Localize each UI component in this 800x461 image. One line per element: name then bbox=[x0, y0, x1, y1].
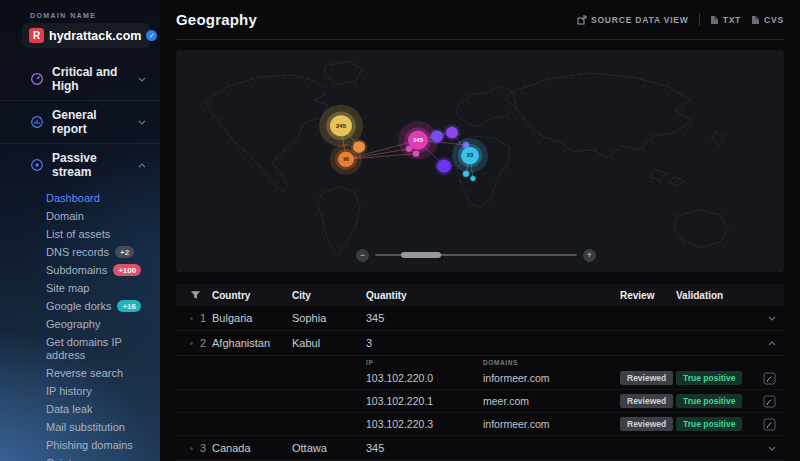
table-row[interactable]: 3CanadaOttawa345 bbox=[176, 436, 784, 461]
external-link-icon bbox=[577, 15, 587, 25]
submenu-item-data-leak[interactable]: Data leak bbox=[0, 400, 160, 418]
domain-logo-icon: R bbox=[29, 28, 44, 43]
subcol-ip: IP bbox=[366, 359, 483, 366]
submenu-item-google-dorks[interactable]: Google dorks+16 bbox=[0, 297, 160, 315]
chevron-down-icon bbox=[138, 120, 146, 125]
continent-outline bbox=[674, 210, 728, 248]
detail-row[interactable]: 103.102.220.0informeer.comReviewedTrue p… bbox=[176, 367, 784, 390]
map-bubble[interactable] bbox=[462, 170, 470, 178]
cvs-file-icon bbox=[751, 15, 760, 25]
col-validation[interactable]: Validation bbox=[676, 290, 750, 301]
detail-subheader: IPDOMAINS bbox=[176, 356, 784, 367]
expand-row-button[interactable] bbox=[768, 341, 776, 346]
chart-icon bbox=[30, 115, 44, 129]
table-row[interactable]: 2AfghanistanKabul3 bbox=[176, 331, 784, 356]
col-quantity[interactable]: Quantity bbox=[366, 290, 620, 301]
submenu-item-get-domains-ip-address[interactable]: Get domains IP address bbox=[0, 333, 160, 364]
submenu-item-phishing-domains[interactable]: Phishing domains bbox=[0, 436, 160, 454]
map-bubble[interactable] bbox=[444, 125, 460, 141]
cell-ip: 103.102.220.0 bbox=[366, 372, 483, 384]
submenu-item-domain[interactable]: Domain bbox=[0, 207, 160, 225]
row-index: 2 bbox=[200, 337, 206, 349]
chevron-down-icon bbox=[768, 316, 776, 321]
sidebar-item-passive[interactable]: Passive stream bbox=[0, 143, 160, 186]
domain-selector[interactable]: R hydrattack.com ✓ bbox=[22, 23, 150, 48]
sidebar-item-general[interactable]: General report bbox=[0, 100, 160, 143]
sidebar-item-label: Critical and High bbox=[52, 65, 130, 93]
submenu-item-reverse-search[interactable]: Reverse search bbox=[0, 364, 160, 382]
map-bubble[interactable]: 96 bbox=[330, 144, 362, 175]
export-txt-button[interactable]: TXT bbox=[710, 15, 741, 25]
submenu-item-site-map[interactable]: Site map bbox=[0, 279, 160, 297]
detail-row[interactable]: 103.102.220.3informeer.comReviewedTrue p… bbox=[176, 413, 784, 436]
txt-file-icon bbox=[710, 15, 719, 25]
continent-outline bbox=[650, 169, 666, 181]
zoom-track[interactable] bbox=[375, 254, 577, 256]
sidebar-item-label: Passive stream bbox=[52, 151, 130, 179]
edit-icon[interactable] bbox=[763, 372, 776, 385]
chevron-down-icon bbox=[138, 77, 146, 82]
submenu-item-subdomains[interactable]: Subdomains+100 bbox=[0, 261, 160, 279]
gauge-icon bbox=[30, 72, 44, 86]
zoom-in-button[interactable]: + bbox=[583, 249, 596, 262]
submenu-item-dashboard[interactable]: Dashboard bbox=[0, 189, 160, 207]
bubble-count-label: 245 bbox=[336, 123, 347, 129]
map-bubble[interactable] bbox=[435, 157, 454, 175]
cell-country: Afghanistan bbox=[212, 337, 292, 349]
review-badge[interactable]: Reviewed bbox=[620, 417, 673, 431]
filter-icon[interactable] bbox=[190, 290, 212, 300]
col-city[interactable]: City bbox=[292, 290, 366, 301]
expand-row-button[interactable] bbox=[768, 446, 776, 451]
map-bubble[interactable] bbox=[429, 129, 445, 145]
chevron-down-icon bbox=[768, 446, 776, 451]
col-review[interactable]: Review bbox=[620, 290, 676, 301]
continent-outline bbox=[670, 177, 684, 187]
zoom-out-button[interactable]: − bbox=[356, 249, 369, 262]
map-bubble[interactable] bbox=[412, 150, 420, 158]
detail-row[interactable]: 103.102.220.1meer.comReviewedTrue positi… bbox=[176, 390, 784, 413]
verified-badge-icon: ✓ bbox=[146, 30, 157, 41]
chevron-up-icon bbox=[138, 163, 146, 168]
zoom-thumb[interactable] bbox=[401, 252, 441, 258]
review-badge[interactable]: Reviewed bbox=[620, 394, 673, 408]
submenu-item-geography[interactable]: Geography bbox=[0, 315, 160, 333]
submenu-item-osint[interactable]: Osint bbox=[0, 454, 160, 461]
validation-badge[interactable]: True positive bbox=[676, 417, 742, 431]
validation-badge[interactable]: True positive bbox=[676, 371, 742, 385]
submenu-item-ip-history[interactable]: IP history bbox=[0, 382, 160, 400]
review-badge[interactable]: Reviewed bbox=[620, 371, 673, 385]
bubble-count-label: 345 bbox=[413, 138, 424, 144]
bubble-count-label: 96 bbox=[343, 158, 349, 163]
export-cvs-button[interactable]: CVS bbox=[751, 15, 784, 25]
continent-outline bbox=[456, 87, 516, 127]
row-handle[interactable] bbox=[190, 317, 193, 320]
table-row[interactable]: 1BulgariaSophia345 bbox=[176, 306, 784, 331]
page-title: Geography bbox=[176, 11, 257, 28]
sidebar-item-critical[interactable]: Critical and High bbox=[0, 58, 160, 100]
cell-quantity: 3 bbox=[366, 337, 620, 349]
col-country[interactable]: Country bbox=[212, 290, 292, 301]
submenu-item-mail-substitution[interactable]: Mail substitution bbox=[0, 418, 160, 436]
row-handle[interactable] bbox=[190, 342, 193, 345]
domain-name: hydrattack.com bbox=[49, 29, 141, 43]
map-bubble[interactable] bbox=[470, 176, 477, 182]
domain-name-label: DOMAIN NAME bbox=[30, 12, 160, 19]
edit-icon[interactable] bbox=[763, 418, 776, 431]
cell-domain: informeer.com bbox=[483, 418, 620, 430]
sidebar: DOMAIN NAME R hydrattack.com ✓ Critical … bbox=[0, 0, 160, 461]
submenu-item-dns-records[interactable]: DNS records+2 bbox=[0, 243, 160, 261]
edit-icon[interactable] bbox=[763, 395, 776, 408]
source-data-view-button[interactable]: SOURCE DATA VIEW bbox=[577, 15, 689, 25]
header-actions: SOURCE DATA VIEW TXT CVS bbox=[577, 13, 784, 26]
row-handle[interactable] bbox=[190, 447, 193, 450]
continent-outline bbox=[206, 75, 328, 192]
cell-ip: 103.102.220.3 bbox=[366, 418, 483, 430]
count-badge: +2 bbox=[115, 246, 134, 258]
submenu-item-list-of-assets[interactable]: List of assets bbox=[0, 225, 160, 243]
sidebar-nav: Critical and HighGeneral reportPassive s… bbox=[0, 58, 160, 461]
expand-row-button[interactable] bbox=[768, 316, 776, 321]
geography-map[interactable]: 2459634523 − + bbox=[176, 50, 784, 272]
map-bubble[interactable]: 23 bbox=[452, 139, 488, 174]
validation-badge[interactable]: True positive bbox=[676, 394, 742, 408]
map-bubble[interactable] bbox=[405, 145, 413, 153]
